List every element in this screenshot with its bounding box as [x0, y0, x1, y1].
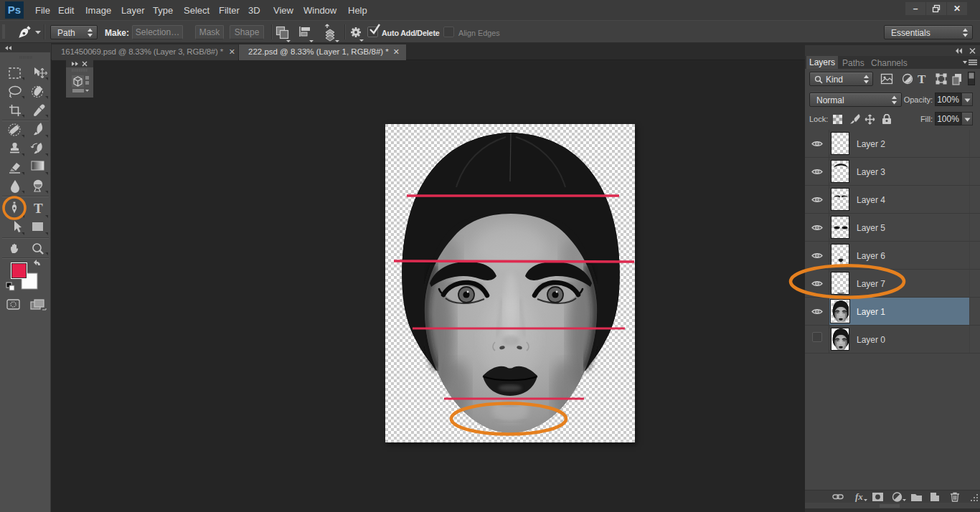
svg-text:T: T — [34, 201, 43, 216]
svg-text:T: T — [918, 72, 926, 85]
svg-text:fx: fx — [855, 492, 863, 502]
